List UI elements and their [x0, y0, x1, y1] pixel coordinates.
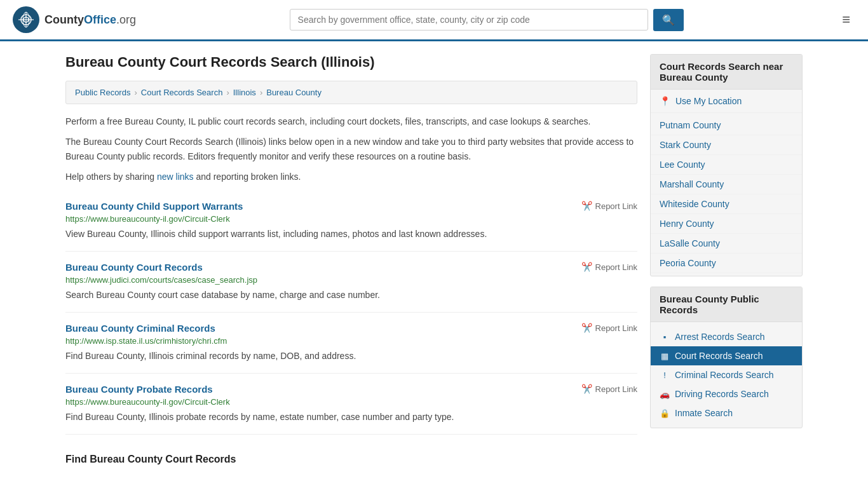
search-area: 🔍 [290, 9, 684, 31]
search-button[interactable]: 🔍 [653, 9, 684, 31]
sidebar: Court Records Search near Bureau County … [650, 54, 803, 465]
public-records-title: Bureau County Public Records [651, 287, 802, 322]
record-title-1[interactable]: Bureau County Court Records [65, 262, 203, 273]
description-3-prefix: Help others by sharing [65, 172, 157, 182]
near-county-lee[interactable]: Lee County [651, 155, 802, 175]
criminal-label: Criminal Records Search [675, 370, 774, 380]
record-item-1: Bureau County Court Records ✂️ Report Li… [65, 252, 637, 313]
near-county-stark[interactable]: Stark County [651, 135, 802, 155]
find-section-heading: Find Bureau County Court Records [65, 447, 637, 465]
record-item-header-1: Bureau County Court Records ✂️ Report Li… [65, 262, 637, 273]
near-county-peoria[interactable]: Peoria County [651, 254, 802, 273]
report-label-0: Report Link [595, 201, 637, 211]
logo-text: CountyOffice.org [44, 13, 136, 27]
sidebar-driving-records[interactable]: 🚗 Driving Records Search [651, 384, 802, 403]
court-icon: ▦ [660, 351, 670, 361]
record-url-3: https://www.bureaucounty-il.gov/Circuit-… [65, 397, 637, 407]
breadcrumb-sep-3: › [260, 88, 262, 97]
record-desc-1: Search Bureau County court case database… [65, 288, 637, 302]
near-county-marshall[interactable]: Marshall County [651, 175, 802, 194]
breadcrumb: Public Records › Court Records Search › … [65, 81, 637, 104]
menu-icon: ≡ [842, 11, 850, 27]
record-item-2: Bureau County Criminal Records ✂️ Report… [65, 313, 637, 374]
record-title-0[interactable]: Bureau County Child Support Warrants [65, 201, 243, 212]
description-3: Help others by sharing new links and rep… [65, 170, 637, 184]
description-3-suffix: and reporting broken links. [194, 172, 301, 182]
record-url-1: https://www.judici.com/courts/cases/case… [65, 275, 637, 285]
breadcrumb-sep-1: › [134, 88, 137, 97]
sidebar-court-records[interactable]: ▦ Court Records Search [651, 346, 802, 365]
near-county-section: Court Records Search near Bureau County … [650, 54, 803, 276]
report-label-3: Report Link [595, 384, 637, 394]
near-section-title: Court Records Search near Bureau County [651, 55, 802, 90]
inmate-icon: 🔒 [660, 409, 670, 418]
header: CountyOffice.org 🔍 ≡ [0, 0, 868, 41]
record-desc-2: Find Bureau County, Illinois criminal re… [65, 349, 637, 363]
report-icon-2: ✂️ [581, 323, 592, 333]
logo-area: CountyOffice.org [13, 6, 136, 33]
sidebar-criminal-records[interactable]: ! Criminal Records Search [651, 365, 802, 384]
content-area: Bureau County Court Records Search (Illi… [65, 54, 637, 465]
breadcrumb-sep-2: › [226, 88, 229, 97]
logo-icon [13, 6, 39, 33]
new-links-link[interactable]: new links [157, 172, 194, 182]
report-link-1[interactable]: ✂️ Report Link [581, 262, 637, 272]
public-records-section: Bureau County Public Records ▪ Arrest Re… [650, 287, 803, 428]
description-1: Perform a free Bureau County, IL public … [65, 114, 637, 128]
report-label-2: Report Link [595, 323, 637, 333]
record-desc-0: View Bureau County, Illinois child suppo… [65, 227, 637, 241]
main-container: Bureau County Court Records Search (Illi… [53, 41, 815, 478]
breadcrumb-public-records[interactable]: Public Records [75, 88, 130, 97]
record-item-0: Bureau County Child Support Warrants ✂️ … [65, 191, 637, 252]
report-icon-3: ✂️ [581, 384, 592, 394]
record-url-0: https://www.bureaucounty-il.gov/Circuit-… [65, 214, 637, 224]
location-icon: 📍 [660, 96, 670, 106]
search-input[interactable] [290, 9, 648, 30]
menu-button[interactable]: ≡ [837, 9, 855, 30]
search-icon: 🔍 [662, 15, 675, 25]
report-label-1: Report Link [595, 262, 637, 272]
record-item-header-0: Bureau County Child Support Warrants ✂️ … [65, 201, 637, 212]
record-title-2[interactable]: Bureau County Criminal Records [65, 323, 215, 334]
record-item-header-3: Bureau County Probate Records ✂️ Report … [65, 384, 637, 395]
record-desc-3: Find Bureau County, Illinois probate rec… [65, 410, 637, 424]
report-link-0[interactable]: ✂️ Report Link [581, 201, 637, 211]
inmate-label: Inmate Search [675, 408, 733, 418]
report-link-2[interactable]: ✂️ Report Link [581, 323, 637, 333]
arrest-label: Arrest Records Search [675, 332, 765, 342]
report-link-3[interactable]: ✂️ Report Link [581, 384, 637, 394]
report-icon-1: ✂️ [581, 262, 592, 272]
breadcrumb-bureau-county[interactable]: Bureau County [266, 88, 322, 97]
driving-label: Driving Records Search [675, 389, 769, 399]
record-url-2: http://www.isp.state.il.us/crimhistory/c… [65, 336, 637, 346]
near-county-putnam[interactable]: Putnam County [651, 116, 802, 135]
public-records-links: ▪ Arrest Records Search ▦ Court Records … [651, 322, 802, 428]
record-item-header-2: Bureau County Criminal Records ✂️ Report… [65, 323, 637, 334]
arrest-icon: ▪ [660, 332, 670, 342]
near-county-whiteside[interactable]: Whiteside County [651, 194, 802, 214]
sidebar-inmate-search[interactable]: 🔒 Inmate Search [651, 403, 802, 423]
driving-icon: 🚗 [660, 390, 670, 399]
near-county-links: Putnam County Stark County Lee County Ma… [651, 113, 802, 276]
sidebar-arrest-records[interactable]: ▪ Arrest Records Search [651, 327, 802, 346]
criminal-icon: ! [660, 370, 670, 380]
near-county-lasalle[interactable]: LaSalle County [651, 234, 802, 254]
breadcrumb-illinois[interactable]: Illinois [233, 88, 256, 97]
page-title: Bureau County Court Records Search (Illi… [65, 54, 637, 71]
breadcrumb-court-records[interactable]: Court Records Search [141, 88, 223, 97]
use-my-location[interactable]: 📍 Use My Location [651, 90, 802, 113]
court-label: Court Records Search [675, 351, 763, 361]
report-icon-0: ✂️ [581, 201, 592, 211]
record-item-3: Bureau County Probate Records ✂️ Report … [65, 374, 637, 435]
description-2: The Bureau County Court Records Search (… [65, 135, 637, 163]
near-county-henry[interactable]: Henry County [651, 214, 802, 234]
record-title-3[interactable]: Bureau County Probate Records [65, 384, 213, 395]
use-my-location-label: Use My Location [675, 96, 742, 106]
